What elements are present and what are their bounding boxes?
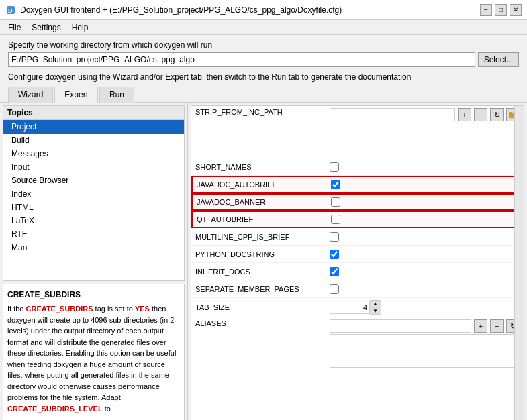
- javadoc-autobrief-checkbox[interactable]: [331, 180, 340, 189]
- configure-label: Configure doxygen using the Wizard and/o…: [0, 70, 527, 86]
- settings-area: STRIP_FROM_INC_PATH + − ↻: [191, 105, 524, 420]
- strip-add-button[interactable]: +: [458, 108, 471, 121]
- settings-scrollbar[interactable]: [514, 106, 524, 420]
- strip-refresh-button[interactable]: ↻: [490, 108, 504, 121]
- desc-text: If the CREATE_SUBDIRS tag is set to YES …: [7, 303, 180, 414]
- aliases-controls: + − ↻: [330, 319, 520, 368]
- menu-file[interactable]: File: [3, 21, 26, 34]
- qt-autobrief-checkbox[interactable]: [331, 215, 340, 224]
- desc-highlight-1: CREATE_SUBDIRS: [26, 305, 93, 313]
- aliases-input[interactable]: [330, 319, 471, 333]
- aliases-add-button[interactable]: +: [474, 319, 487, 333]
- javadoc-autobrief-row: JAVADOC_AUTOBRIEF: [191, 176, 524, 193]
- sidebar-item-source-browser[interactable]: Source Browser: [3, 174, 184, 187]
- aliases-remove-button[interactable]: −: [490, 319, 504, 333]
- tab-size-label: TAB_SIZE: [195, 303, 330, 311]
- python-docstring-value: [330, 250, 520, 259]
- menu-help[interactable]: Help: [66, 21, 94, 34]
- desc-highlight-3: CREATE_SUBDIRS_LEVEL: [7, 405, 103, 413]
- inherit-docs-checkbox[interactable]: [330, 267, 339, 276]
- strip-from-inc-path-controls: + − ↻: [330, 108, 520, 156]
- separate-member-pages-label: SEPARATE_MEMBER_PAGES: [195, 285, 330, 293]
- separate-member-pages-checkbox[interactable]: [330, 284, 339, 294]
- javadoc-autobrief-label: JAVADOC_AUTOBRIEF: [197, 180, 331, 189]
- javadoc-autobrief-value: [331, 180, 518, 189]
- tabs-row: Wizard Expert Run: [0, 86, 527, 103]
- strip-from-inc-path-input[interactable]: [330, 108, 455, 121]
- sidebar-item-messages[interactable]: Messages: [3, 147, 184, 160]
- window-title: Doxygen GUI frontend + (E:/PPG_Solution_…: [20, 5, 342, 15]
- description-box: CREATE_SUBDIRS If the CREATE_SUBDIRS tag…: [3, 284, 185, 420]
- workdir-input[interactable]: [8, 52, 475, 67]
- svg-rect-3: [509, 112, 512, 113]
- workdir-row: Select...: [8, 52, 519, 67]
- window-controls: − □ ✕: [480, 4, 522, 16]
- strip-input-row: + − ↻: [330, 108, 520, 121]
- sidebar-item-build[interactable]: Build: [3, 134, 184, 147]
- sidebar-item-project[interactable]: Project: [3, 120, 184, 134]
- javadoc-banner-label: JAVADOC_BANNER: [197, 198, 331, 206]
- select-button[interactable]: Select...: [478, 52, 519, 67]
- strip-from-inc-path-textarea[interactable]: [330, 123, 520, 156]
- javadoc-banner-row: JAVADOC_BANNER: [191, 193, 524, 211]
- maximize-button[interactable]: □: [495, 4, 507, 16]
- multiline-cpp-checkbox[interactable]: [330, 232, 339, 242]
- desc-title: CREATE_SUBDIRS: [7, 288, 180, 301]
- workdir-section: Specify the working directory from which…: [0, 35, 527, 70]
- separate-member-pages-value: [330, 284, 520, 294]
- sidebar-item-rtf[interactable]: RTF: [3, 227, 184, 241]
- short-names-value: [330, 162, 520, 172]
- short-names-checkbox[interactable]: [330, 162, 339, 172]
- sidebar-item-man[interactable]: Man: [3, 241, 184, 254]
- sidebar-item-input[interactable]: Input: [3, 160, 184, 174]
- python-docstring-row: PYTHON_DOCSTRING: [191, 246, 524, 263]
- tab-size-spinbox: ▲ ▼: [330, 300, 381, 315]
- aliases-input-row: + − ↻: [330, 319, 520, 333]
- strip-from-inc-path-row: STRIP_FROM_INC_PATH + − ↻: [191, 106, 524, 158]
- title-bar-left: D Doxygen GUI frontend + (E:/PPG_Solutio…: [5, 5, 342, 15]
- inherit-docs-row: INHERIT_DOCS: [191, 263, 524, 280]
- tab-size-up-button[interactable]: ▲: [370, 301, 381, 307]
- strip-from-inc-path-label: STRIP_FROM_INC_PATH: [195, 108, 330, 116]
- desc-highlight-2: YES: [135, 305, 150, 313]
- tab-wizard[interactable]: Wizard: [8, 87, 53, 103]
- separate-member-pages-row: SEPARATE_MEMBER_PAGES: [191, 280, 524, 298]
- tab-size-input[interactable]: [330, 301, 370, 314]
- qt-autobrief-label: QT_AUTOBRIEF: [197, 215, 331, 223]
- javadoc-banner-value: [331, 197, 518, 207]
- qt-autobrief-row: QT_AUTOBRIEF: [191, 211, 524, 228]
- javadoc-banner-checkbox[interactable]: [331, 197, 340, 207]
- aliases-row: ALIASES + − ↻: [191, 317, 524, 370]
- tab-expert[interactable]: Expert: [54, 87, 98, 103]
- workdir-label: Specify the working directory from which…: [8, 40, 519, 50]
- inherit-docs-label: INHERIT_DOCS: [195, 268, 330, 276]
- close-button[interactable]: ✕: [510, 4, 522, 16]
- title-bar: D Doxygen GUI frontend + (E:/PPG_Solutio…: [0, 0, 527, 20]
- sidebar-item-html[interactable]: HTML: [3, 201, 184, 214]
- qt-autobrief-value: [331, 215, 518, 224]
- right-panel: STRIP_FROM_INC_PATH + − ↻: [188, 103, 527, 420]
- inherit-docs-value: [330, 267, 520, 276]
- minimize-button[interactable]: −: [480, 4, 492, 16]
- python-docstring-checkbox[interactable]: [330, 250, 339, 259]
- topics-header: Topics: [3, 106, 184, 120]
- main-content: Topics Project Build Messages Input Sour…: [0, 103, 527, 420]
- tab-run[interactable]: Run: [99, 87, 134, 103]
- sidebar-item-latex[interactable]: LaTeX: [3, 214, 184, 227]
- menu-bar: File Settings Help: [0, 20, 527, 35]
- left-panel: Topics Project Build Messages Input Sour…: [0, 103, 188, 420]
- short-names-row: SHORT_NAMES: [191, 158, 524, 176]
- tab-size-row: TAB_SIZE ▲ ▼: [191, 298, 524, 317]
- python-docstring-label: PYTHON_DOCSTRING: [195, 250, 330, 258]
- svg-text:D: D: [8, 7, 13, 14]
- sidebar-item-index[interactable]: Index: [3, 187, 184, 201]
- short-names-label: SHORT_NAMES: [195, 163, 330, 171]
- aliases-textarea[interactable]: [330, 334, 520, 368]
- tab-size-down-button[interactable]: ▼: [370, 307, 381, 314]
- multiline-cpp-label: MULTILINE_CPP_IS_BRIEF: [195, 233, 330, 241]
- menu-settings[interactable]: Settings: [26, 21, 66, 34]
- topics-list: Topics Project Build Messages Input Sour…: [3, 105, 185, 281]
- tab-size-spinbox-buttons: ▲ ▼: [370, 300, 381, 315]
- strip-remove-button[interactable]: −: [474, 108, 487, 121]
- app-icon: D: [5, 5, 16, 15]
